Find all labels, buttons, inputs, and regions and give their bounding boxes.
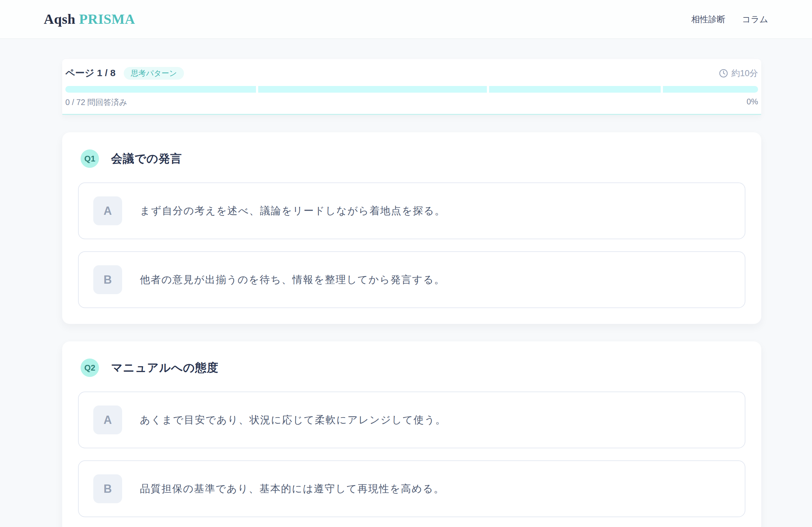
question-card-q1: Q1 会議での発言 A まず自分の考えを述べ、議論をリードしながら着地点を探る。… bbox=[62, 132, 761, 324]
question-number-badge: Q1 bbox=[81, 149, 99, 168]
option-q2-a[interactable]: A あくまで目安であり、状況に応じて柔軟にアレンジして使う。 bbox=[78, 391, 745, 448]
option-text: 品質担保の基準であり、基本的には遵守して再現性を高める。 bbox=[140, 482, 444, 496]
main-content: ページ 1 / 8 思考パターン 約10分 0 / 72 問回答済み 0% Q1… bbox=[62, 59, 761, 527]
page-indicator: ページ 1 / 8 bbox=[66, 67, 115, 80]
option-text: 他者の意見が出揃うのを待ち、情報を整理してから発言する。 bbox=[140, 273, 445, 287]
option-key-badge: A bbox=[93, 405, 122, 435]
category-badge: 思考パターン bbox=[124, 67, 184, 80]
question-head: Q1 会議での発言 bbox=[78, 149, 745, 168]
time-estimate: 約10分 bbox=[719, 68, 758, 79]
option-text: あくまで目安であり、状況に応じて柔軟にアレンジして使う。 bbox=[140, 413, 446, 427]
option-key-badge: B bbox=[93, 474, 122, 503]
progress-bar bbox=[66, 86, 758, 92]
app-header: Aqsh PRISMA 相性診断 コラム bbox=[0, 0, 812, 39]
time-estimate-label: 約10分 bbox=[731, 68, 758, 79]
question-card-q2: Q2 マニュアルへの態度 A あくまで目安であり、状況に応じて柔軟にアレンジして… bbox=[62, 341, 761, 527]
question-title: 会議での発言 bbox=[111, 151, 182, 167]
option-text: まず自分の考えを述べ、議論をリードしながら着地点を探る。 bbox=[140, 204, 445, 218]
progress-panel: ページ 1 / 8 思考パターン 約10分 0 / 72 問回答済み 0% bbox=[62, 59, 761, 115]
progress-segment bbox=[663, 86, 758, 92]
nav-link-column[interactable]: コラム bbox=[742, 14, 768, 25]
progress-segment bbox=[258, 86, 487, 92]
option-key-badge: B bbox=[93, 265, 122, 294]
question-head: Q2 マニュアルへの態度 bbox=[78, 358, 745, 377]
progress-segment bbox=[489, 86, 661, 92]
header-nav: 相性診断 コラム bbox=[691, 14, 768, 25]
option-key-badge: A bbox=[93, 196, 122, 225]
question-number-badge: Q2 bbox=[81, 358, 99, 377]
brand-accent: PRISMA bbox=[79, 11, 135, 27]
progress-percent: 0% bbox=[746, 97, 758, 108]
option-q1-a[interactable]: A まず自分の考えを述べ、議論をリードしながら着地点を探る。 bbox=[78, 182, 745, 239]
progress-header-row: ページ 1 / 8 思考パターン 約10分 bbox=[66, 67, 758, 80]
question-title: マニュアルへの態度 bbox=[111, 360, 219, 376]
answered-count: 0 / 72 問回答済み bbox=[66, 97, 127, 108]
brand-logo[interactable]: Aqsh PRISMA bbox=[44, 11, 135, 27]
nav-link-compatibility[interactable]: 相性診断 bbox=[691, 14, 725, 25]
progress-footer-row: 0 / 72 問回答済み 0% bbox=[66, 97, 758, 108]
clock-icon bbox=[719, 69, 728, 78]
option-q2-b[interactable]: B 品質担保の基準であり、基本的には遵守して再現性を高める。 bbox=[78, 460, 745, 517]
option-q1-b[interactable]: B 他者の意見が出揃うのを待ち、情報を整理してから発言する。 bbox=[78, 251, 745, 308]
brand-primary: Aqsh bbox=[44, 11, 75, 27]
progress-segment bbox=[66, 86, 256, 92]
